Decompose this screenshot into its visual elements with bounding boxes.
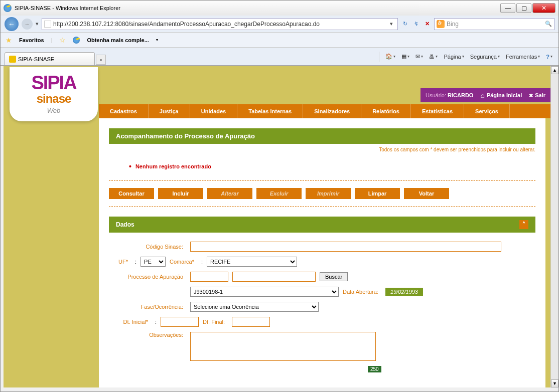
scroll-up-button[interactable]: ▲ [551, 66, 558, 74]
security-tool[interactable]: Segurança▾ [468, 54, 502, 60]
help-tool[interactable]: ?▾ [544, 54, 554, 60]
back-button[interactable]: ← [5, 17, 19, 31]
mail-icon: ✉ [415, 53, 420, 60]
dt-final-input[interactable] [232, 317, 270, 327]
address-bar: ▾ [42, 18, 398, 30]
app-viewport: SIPIA sinase Web Usuário: RICARDO Página… [4, 66, 550, 387]
window-title: SIPIA-SINASE - Windows Internet Explorer [15, 5, 120, 11]
voltar-button[interactable]: Voltar [404, 188, 449, 199]
excluir-button[interactable]: Excluir [256, 188, 302, 199]
processo-select[interactable]: J9300198-1 [190, 287, 339, 297]
consultar-button[interactable]: Consultar [109, 188, 154, 199]
processo-input-2[interactable] [232, 272, 316, 282]
stop-button[interactable]: ✕ [423, 20, 431, 28]
menu-relatorios[interactable]: Relatórios [361, 104, 411, 118]
comarca-label: Comarca [170, 259, 197, 265]
data-abertura-label: Data Abertura: [343, 289, 381, 295]
minimize-button[interactable]: — [500, 3, 515, 13]
user-label: Usuário: [426, 92, 446, 98]
print-tool[interactable]: 🖶▾ [427, 54, 440, 60]
buscar-button[interactable]: Buscar [320, 272, 348, 281]
dt-final-label: Dt. Final: [203, 319, 228, 325]
mail-tool[interactable]: ✉▾ [413, 53, 425, 60]
menu-servicos[interactable]: Serviços [464, 104, 510, 118]
suggested-sites-link[interactable]: Obtenha mais comple... [87, 37, 149, 43]
favorites-star-icon[interactable]: ★ [6, 36, 12, 44]
tools-tool[interactable]: Ferramentas▾ [504, 54, 542, 60]
ie-logo-icon [4, 4, 12, 12]
collapse-icon[interactable]: ˄ [519, 220, 528, 229]
char-counter: 250 [368, 366, 381, 372]
limpar-button[interactable]: Limpar [355, 188, 400, 199]
section-header: Dados ˄ [109, 217, 535, 233]
rss-icon: ▦ [401, 53, 406, 60]
user-name: RICARDO [448, 92, 473, 98]
exit-link[interactable]: Sair [529, 92, 545, 98]
nav-bar: ← → ▾ ▾ ↻ ↯ ✕ Bing 🔍 [1, 16, 558, 33]
maximize-button[interactable]: ▢ [516, 3, 531, 13]
suggested-ie-icon [73, 37, 80, 44]
tab-favicon [9, 56, 16, 63]
forward-button[interactable]: → [22, 19, 33, 30]
logo-line1: SIPIA [31, 74, 76, 91]
compat-button[interactable]: ↯ [412, 20, 420, 28]
section-title: Dados [116, 221, 134, 228]
scroll-down-button[interactable]: ▼ [551, 379, 558, 387]
fase-label: Fase/Ocorrência: [116, 304, 186, 310]
browser-tab[interactable]: SIPIA-SINASE [5, 52, 95, 65]
window-titlebar: SIPIA-SINASE - Windows Internet Explorer… [1, 1, 558, 16]
print-icon: 🖶 [429, 54, 435, 60]
search-engine-label: Bing [447, 21, 459, 28]
processo-label: Processo de Apuração [116, 274, 186, 280]
menu-unidades[interactable]: Unidades [190, 104, 238, 118]
help-icon: ? [546, 54, 549, 60]
comarca-select[interactable]: RECIFE [207, 257, 297, 267]
favorites-label[interactable]: Favoritos [19, 37, 44, 43]
favorites-bar: ★ Favoritos | ☆ Obtenha mais comple... ▾ [1, 33, 558, 48]
alterar-button[interactable]: Alterar [207, 188, 252, 199]
addr-dropdown-icon[interactable]: ▾ [387, 20, 395, 28]
vertical-scrollbar[interactable]: ▲ ▼ [550, 66, 558, 387]
divider [109, 180, 535, 181]
url-input[interactable] [53, 21, 385, 28]
codigo-input[interactable] [190, 242, 501, 252]
page-icon [44, 21, 51, 28]
obs-label: Observações: [116, 332, 186, 338]
imprimir-button[interactable]: Imprimir [306, 188, 351, 199]
home-icon: 🏠 [385, 53, 392, 60]
menu-tabelas[interactable]: Tabelas Internas [237, 104, 303, 118]
menu-justica[interactable]: Justiça [149, 104, 190, 118]
user-bar: Usuário: RICARDO Página Inicial Sair [421, 88, 550, 102]
form-body: Código Sinase: UF: PE Comarca: RECIFE Pr… [109, 233, 535, 381]
menu-sinalizadores[interactable]: Sinalizadores [303, 104, 361, 118]
uf-select[interactable]: PE [141, 257, 166, 267]
feeds-tool[interactable]: ▦▾ [399, 53, 411, 60]
menu-estatisticas[interactable]: Estatísticas [411, 104, 464, 118]
search-bar: Bing 🔍 [434, 18, 554, 30]
logo-line2: sinase [37, 92, 71, 106]
content-area: Acompanhamento do Processo de Apuração T… [99, 118, 545, 387]
codigo-label: Código Sinase: [116, 244, 186, 250]
dt-inicial-input[interactable] [161, 317, 199, 327]
menu-cadastros[interactable]: Cadastros [99, 104, 149, 118]
new-tab-button[interactable]: ▫ [96, 55, 106, 65]
nav-dropdown-icon[interactable]: ▾ [36, 21, 39, 27]
home-link[interactable]: Página Inicial [480, 91, 522, 99]
suggested-star-icon: ☆ [59, 36, 66, 44]
bing-icon [437, 20, 445, 28]
fase-select[interactable]: Selecione uma Ocorrência [190, 302, 319, 312]
obs-textarea[interactable] [190, 332, 376, 361]
search-button[interactable]: 🔍 [545, 21, 552, 27]
required-note: Todos os campos com * devem ser preenchi… [109, 147, 535, 152]
incluir-button[interactable]: Incluir [158, 188, 203, 199]
uf-label: UF [116, 259, 131, 265]
app-logo: SIPIA sinase Web [10, 67, 98, 121]
tab-bar: SIPIA-SINASE ▫ 🏠▾ ▦▾ ✉▾ 🖶▾ Página▾ Segur… [1, 48, 558, 66]
page-tool[interactable]: Página▾ [442, 54, 466, 60]
close-button[interactable]: ✕ [532, 3, 555, 13]
processo-input-1[interactable] [190, 272, 228, 282]
button-bar: Consultar Incluir Alterar Excluir Imprim… [109, 188, 535, 199]
dt-inicial-label: Dt. Inicial [116, 319, 151, 325]
refresh-button[interactable]: ↻ [401, 20, 409, 28]
home-tool[interactable]: 🏠▾ [383, 53, 397, 60]
